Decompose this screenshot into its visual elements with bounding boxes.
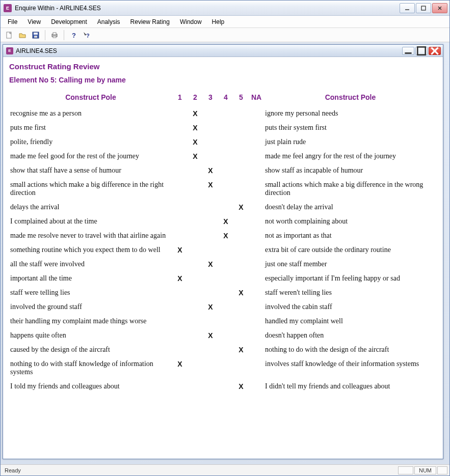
- rating-cell[interactable]: [172, 314, 188, 328]
- rating-cell[interactable]: X: [203, 328, 218, 343]
- rating-cell[interactable]: [172, 257, 188, 271]
- rating-cell[interactable]: [218, 178, 233, 200]
- rating-cell[interactable]: [233, 106, 249, 121]
- rating-cell[interactable]: [188, 200, 203, 214]
- rating-cell[interactable]: [218, 357, 233, 379]
- close-button[interactable]: [432, 3, 447, 13]
- rating-cell[interactable]: [172, 163, 188, 178]
- rating-cell[interactable]: [249, 121, 264, 135]
- rating-cell[interactable]: [249, 106, 264, 121]
- rating-cell[interactable]: [203, 135, 218, 149]
- rating-cell[interactable]: [188, 328, 203, 343]
- rating-cell[interactable]: [233, 314, 249, 328]
- rating-cell[interactable]: X: [203, 178, 218, 200]
- rating-cell[interactable]: [188, 357, 203, 379]
- print-button[interactable]: [49, 30, 60, 41]
- menu-review-rating[interactable]: Review Rating: [125, 17, 175, 27]
- rating-cell[interactable]: [172, 286, 188, 300]
- rating-cell[interactable]: [249, 243, 264, 257]
- rating-cell[interactable]: X: [172, 357, 188, 379]
- rating-cell[interactable]: [218, 257, 233, 271]
- rating-cell[interactable]: [218, 286, 233, 300]
- rating-cell[interactable]: [249, 229, 264, 243]
- rating-cell[interactable]: [188, 178, 203, 200]
- rating-cell[interactable]: [249, 163, 264, 178]
- rating-cell[interactable]: X: [188, 135, 203, 149]
- rating-cell[interactable]: [233, 328, 249, 343]
- rating-cell[interactable]: [188, 257, 203, 271]
- rating-cell[interactable]: [249, 271, 264, 286]
- rating-cell[interactable]: [172, 121, 188, 135]
- rating-cell[interactable]: [172, 328, 188, 343]
- rating-cell[interactable]: [249, 379, 264, 394]
- rating-cell[interactable]: [233, 357, 249, 379]
- rating-cell[interactable]: [188, 286, 203, 300]
- new-file-button[interactable]: [4, 30, 15, 41]
- minimize-button[interactable]: [400, 3, 415, 13]
- rating-cell[interactable]: [203, 343, 218, 357]
- rating-cell[interactable]: [203, 357, 218, 379]
- rating-cell[interactable]: [203, 271, 218, 286]
- rating-cell[interactable]: X: [172, 271, 188, 286]
- rating-cell[interactable]: [249, 214, 264, 229]
- menu-development[interactable]: Development: [46, 17, 92, 27]
- menu-file[interactable]: File: [3, 17, 22, 27]
- rating-cell[interactable]: [249, 328, 264, 343]
- rating-cell[interactable]: [203, 379, 218, 394]
- rating-cell[interactable]: [203, 229, 218, 243]
- rating-cell[interactable]: [203, 286, 218, 300]
- rating-cell[interactable]: X: [203, 300, 218, 314]
- rating-cell[interactable]: [218, 243, 233, 257]
- rating-cell[interactable]: [188, 300, 203, 314]
- menu-view[interactable]: View: [22, 17, 46, 27]
- open-file-button[interactable]: [17, 30, 28, 41]
- child-minimize-button[interactable]: [402, 47, 414, 55]
- menu-analysis[interactable]: Analysis: [92, 17, 125, 27]
- rating-cell[interactable]: X: [233, 343, 249, 357]
- rating-cell[interactable]: X: [203, 163, 218, 178]
- rating-cell[interactable]: [249, 343, 264, 357]
- rating-cell[interactable]: [249, 257, 264, 271]
- rating-cell[interactable]: [172, 178, 188, 200]
- rating-cell[interactable]: [233, 149, 249, 163]
- child-close-button[interactable]: [429, 47, 441, 55]
- rating-cell[interactable]: [218, 314, 233, 328]
- rating-cell[interactable]: [218, 121, 233, 135]
- rating-cell[interactable]: [233, 214, 249, 229]
- rating-cell[interactable]: X: [188, 121, 203, 135]
- rating-cell[interactable]: [172, 343, 188, 357]
- rating-cell[interactable]: [233, 178, 249, 200]
- rating-cell[interactable]: [218, 200, 233, 214]
- rating-cell[interactable]: [233, 243, 249, 257]
- rating-cell[interactable]: [188, 243, 203, 257]
- rating-cell[interactable]: X: [188, 106, 203, 121]
- rating-cell[interactable]: [233, 271, 249, 286]
- rating-cell[interactable]: [203, 214, 218, 229]
- help-about-button[interactable]: ?: [68, 30, 79, 41]
- rating-cell[interactable]: [218, 149, 233, 163]
- rating-cell[interactable]: [172, 379, 188, 394]
- rating-cell[interactable]: [233, 300, 249, 314]
- rating-cell[interactable]: [249, 314, 264, 328]
- rating-cell[interactable]: [203, 243, 218, 257]
- rating-cell[interactable]: [249, 286, 264, 300]
- rating-cell[interactable]: [172, 106, 188, 121]
- menu-window[interactable]: Window: [175, 17, 207, 27]
- rating-cell[interactable]: X: [218, 214, 233, 229]
- rating-cell[interactable]: [172, 135, 188, 149]
- rating-cell[interactable]: X: [203, 257, 218, 271]
- maximize-button[interactable]: [416, 3, 431, 13]
- rating-cell[interactable]: [188, 379, 203, 394]
- rating-cell[interactable]: [218, 271, 233, 286]
- rating-cell[interactable]: [172, 149, 188, 163]
- rating-cell[interactable]: [188, 314, 203, 328]
- rating-cell[interactable]: [172, 200, 188, 214]
- rating-cell[interactable]: [188, 271, 203, 286]
- rating-cell[interactable]: [249, 300, 264, 314]
- menu-help[interactable]: Help: [207, 17, 230, 27]
- rating-cell[interactable]: [203, 121, 218, 135]
- rating-cell[interactable]: [249, 357, 264, 379]
- rating-cell[interactable]: X: [218, 229, 233, 243]
- rating-cell[interactable]: [233, 135, 249, 149]
- rating-cell[interactable]: [233, 229, 249, 243]
